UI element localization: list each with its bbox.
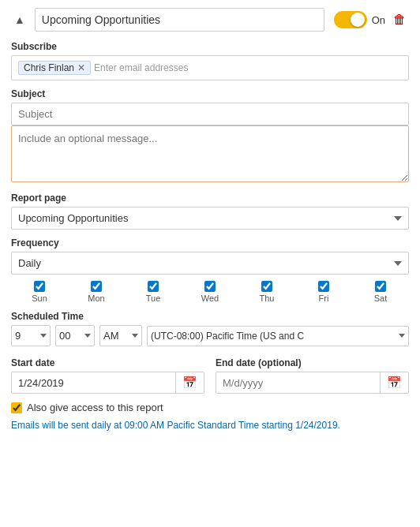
end-date-wrap: 📅	[216, 372, 409, 394]
day-label-fri: Fri	[319, 293, 329, 303]
title-input[interactable]	[35, 8, 324, 32]
toggle-thumb	[351, 13, 365, 27]
report-page-label: Report page	[11, 192, 409, 204]
end-date-calendar-button[interactable]: 📅	[380, 372, 408, 393]
day-cell-sun: Sun	[11, 281, 68, 303]
day-checkbox-thu[interactable]	[261, 281, 272, 292]
end-date-group: End date (optional) 📅	[216, 349, 409, 394]
day-checkbox-wed[interactable]	[204, 281, 216, 292]
subscribe-placeholder: Enter email addresses	[94, 62, 188, 73]
subscriber-name: Chris Finlan	[24, 62, 74, 73]
access-checkbox[interactable]	[11, 402, 22, 413]
day-checkbox-mon[interactable]	[91, 281, 102, 292]
start-date-wrap: 📅	[11, 372, 204, 394]
toggle-switch[interactable]	[334, 11, 367, 28]
day-cell-tue: Tue	[125, 281, 182, 303]
ampm-select[interactable]: AM PM	[99, 325, 142, 346]
day-label-tue: Tue	[146, 293, 161, 303]
subscribe-label: Subscribe	[11, 41, 409, 52]
subject-input[interactable]	[11, 103, 409, 125]
message-textarea[interactable]	[11, 125, 409, 182]
day-cell-fri: Fri	[295, 281, 352, 303]
start-date-label: Start date	[11, 357, 204, 368]
day-label-wed: Wed	[201, 293, 219, 303]
frequency-label: Frequency	[11, 237, 409, 249]
day-label-mon: Mon	[88, 293, 104, 303]
date-row: Start date 📅 End date (optional) 📅	[11, 349, 409, 394]
tag-remove-button[interactable]: ✕	[77, 63, 85, 73]
toggle-label: On	[372, 14, 385, 26]
day-label-sat: Sat	[374, 293, 388, 303]
day-cell-wed: Wed	[182, 281, 238, 303]
end-date-input[interactable]	[216, 373, 380, 393]
frequency-select[interactable]: Daily Weekly Monthly	[11, 252, 409, 275]
header-row: ▲ On 🗑	[11, 8, 409, 32]
days-row: Sun Mon Tue Wed Thu Fri Sat	[11, 281, 409, 303]
start-date-input[interactable]	[12, 373, 175, 393]
access-label: Also give access to this report	[27, 402, 163, 413]
hour-select[interactable]: 9	[11, 325, 51, 346]
start-date-group: Start date 📅	[11, 349, 204, 394]
day-checkbox-tue[interactable]	[148, 281, 159, 292]
day-cell-thu: Thu	[238, 281, 295, 303]
time-row: 9 00 AM PM (UTC-08:00) Pacific Time (US …	[11, 325, 409, 346]
subject-label: Subject	[11, 88, 409, 99]
access-row: Also give access to this report	[11, 402, 409, 413]
day-checkbox-sat[interactable]	[375, 281, 386, 292]
start-date-calendar-button[interactable]: 📅	[175, 372, 204, 393]
scheduled-time-label: Scheduled Time	[11, 311, 409, 322]
subscribe-field[interactable]: Chris Finlan ✕ Enter email addresses	[11, 55, 409, 80]
day-checkbox-fri[interactable]	[318, 281, 329, 292]
toggle-area: On 🗑	[334, 11, 409, 28]
timezone-select[interactable]: (UTC-08:00) Pacific Time (US and C	[147, 326, 409, 346]
collapse-button[interactable]: ▲	[11, 12, 28, 28]
minute-select[interactable]: 00	[55, 325, 95, 346]
day-label-sun: Sun	[32, 293, 47, 303]
day-checkbox-sun[interactable]	[34, 281, 45, 292]
day-cell-sat: Sat	[352, 281, 409, 303]
delete-button[interactable]: 🗑	[390, 11, 409, 28]
day-cell-mon: Mon	[68, 281, 125, 303]
subscriber-tag: Chris Finlan ✕	[18, 61, 91, 75]
report-page-select[interactable]: Upcoming Opportunities	[11, 207, 409, 230]
end-date-label: End date (optional)	[216, 357, 409, 368]
summary-text: Emails will be sent daily at 09:00 AM Pa…	[11, 420, 409, 431]
day-label-thu: Thu	[260, 293, 275, 303]
